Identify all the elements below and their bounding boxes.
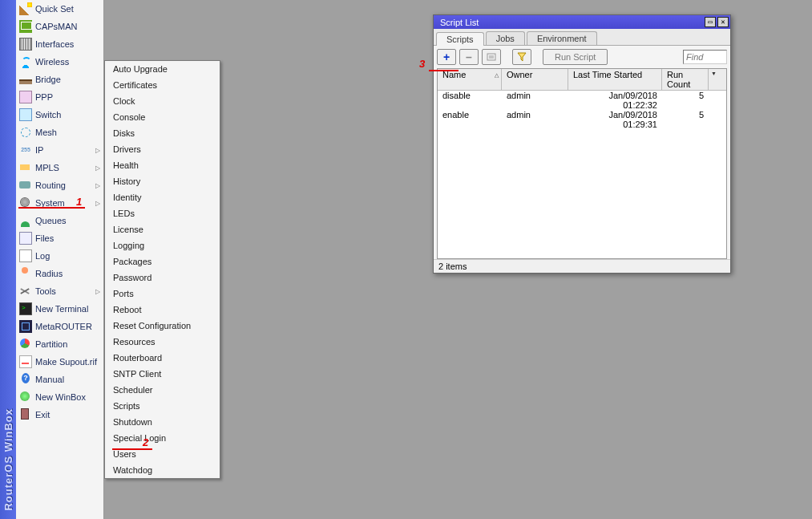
mesh-icon: [19, 126, 32, 139]
submenu-item-reset-configuration[interactable]: Reset Configuration: [105, 318, 220, 334]
sidebar-item-label: Tools: [35, 286, 95, 296]
submenu-item-special-login[interactable]: Special Login: [105, 430, 220, 446]
submenu-item-routerboard[interactable]: Routerboard: [105, 350, 220, 366]
sidebar-item-interfaces[interactable]: Interfaces: [16, 35, 103, 53]
submenu-item-leds[interactable]: LEDs: [105, 205, 220, 221]
chevron-right-icon: ▷: [95, 288, 100, 295]
svg-rect-0: [487, 54, 495, 60]
submenu-item-disks[interactable]: Disks: [105, 125, 220, 141]
submenu-item-clock[interactable]: Clock: [105, 93, 220, 109]
sidebar-item-label: Wireless: [35, 57, 100, 67]
sidebar-item-ip[interactable]: 255IP▷: [16, 141, 103, 159]
sidebar-item-radius[interactable]: Radius: [16, 265, 103, 282]
add-button[interactable]: +: [437, 49, 456, 65]
sidebar-item-exit[interactable]: Exit: [16, 406, 103, 424]
sidebar-item-tools[interactable]: Tools▷: [16, 282, 103, 300]
sidebar-item-label: New WinBox: [35, 392, 100, 402]
table-row[interactable]: disableadminJan/09/2018 01:22:325: [438, 91, 726, 110]
tab-jobs[interactable]: Jobs: [486, 31, 525, 45]
man-icon: [19, 373, 32, 386]
submenu-item-ports[interactable]: Ports: [105, 286, 220, 302]
sidebar-item-label: Manual: [35, 375, 100, 384]
col-last-time[interactable]: Last Time Started: [568, 69, 662, 90]
submenu-item-auto-upgrade[interactable]: Auto Upgrade: [105, 61, 220, 77]
cell-count: 5: [662, 110, 709, 129]
sidebar-item-files[interactable]: Files: [16, 229, 103, 247]
sidebar-item-ppp[interactable]: PPP: [16, 88, 103, 106]
submenu-item-sntp-client[interactable]: SNTP Client: [105, 366, 220, 382]
chevron-right-icon: ▷: [95, 147, 100, 154]
submenu-item-certificates[interactable]: Certificates: [105, 77, 220, 93]
submenu-item-identity[interactable]: Identity: [105, 189, 220, 205]
chevron-right-icon: ▷: [95, 182, 100, 189]
submenu-item-scheduler[interactable]: Scheduler: [105, 382, 220, 398]
cell-last: Jan/09/2018 01:22:32: [568, 91, 662, 110]
comment-button[interactable]: [482, 49, 501, 65]
sidebar-item-manual[interactable]: Manual: [16, 371, 103, 388]
wifi-icon: [19, 55, 32, 68]
submenu-item-reboot[interactable]: Reboot: [105, 302, 220, 318]
brand-text: RouterOS WinBox: [2, 408, 14, 511]
submenu-item-packages[interactable]: Packages: [105, 253, 220, 270]
sidebar-item-bridge[interactable]: Bridge: [16, 71, 103, 88]
table-row[interactable]: enableadminJan/09/2018 01:29:315: [438, 110, 726, 129]
sidebar-item-capsman[interactable]: CAPsMAN: [16, 18, 103, 35]
sidebar-item-queues[interactable]: Queues: [16, 212, 103, 229]
filter-button[interactable]: [512, 49, 531, 65]
minimize-button[interactable]: ▭: [705, 17, 716, 27]
submenu-item-resources[interactable]: Resources: [105, 334, 220, 350]
submenu-item-health[interactable]: Health: [105, 157, 220, 173]
sidebar-item-system[interactable]: System▷: [16, 194, 103, 212]
submenu-item-watchdog[interactable]: Watchdog: [105, 462, 220, 478]
close-button[interactable]: ✕: [717, 17, 729, 27]
sidebar-item-routing[interactable]: Routing▷: [16, 176, 103, 194]
tab-environment[interactable]: Environment: [527, 31, 597, 45]
submenu-item-license[interactable]: License: [105, 221, 220, 237]
col-owner[interactable]: Owner: [502, 69, 568, 90]
tabs: ScriptsJobsEnvironment: [434, 29, 730, 46]
run-script-button[interactable]: Run Script: [543, 49, 608, 65]
submenu-item-drivers[interactable]: Drivers: [105, 141, 220, 157]
sidebar-item-mesh[interactable]: Mesh: [16, 124, 103, 141]
submenu-item-logging[interactable]: Logging: [105, 237, 220, 253]
sidebar-item-wireless[interactable]: Wireless: [16, 53, 103, 71]
find-input[interactable]: [683, 50, 727, 64]
sidebar-item-quick-set[interactable]: Quick Set: [16, 0, 103, 18]
sidebar-item-label: Routing: [35, 180, 95, 190]
col-name[interactable]: Name△: [438, 69, 502, 90]
sidebar-item-new-terminal[interactable]: New Terminal: [16, 300, 103, 318]
col-run-count[interactable]: Run Count: [662, 69, 709, 90]
sidebar-item-partition[interactable]: Partition: [16, 335, 103, 353]
ifc-icon: [19, 38, 32, 51]
titlebar[interactable]: Script List ▭ ✕: [434, 15, 730, 29]
sidebar-item-label: Quick Set: [35, 4, 100, 14]
sidebar-item-make-supout-rif[interactable]: Make Supout.rif: [16, 353, 103, 371]
sidebar-item-log[interactable]: Log: [16, 247, 103, 265]
sidebar-item-label: Queues: [35, 216, 100, 225]
queue-icon: [19, 214, 32, 227]
submenu-item-history[interactable]: History: [105, 173, 220, 189]
sidebar-item-label: New Terminal: [35, 304, 100, 314]
submenu-item-users[interactable]: Users: [105, 446, 220, 462]
sidebar-item-label: MPLS: [35, 163, 95, 172]
sidebar-item-label: Log: [35, 251, 100, 261]
submenu-item-scripts[interactable]: Scripts: [105, 398, 220, 414]
sidebar-item-label: PPP: [35, 92, 100, 102]
columns-dropdown-icon[interactable]: ▼: [709, 69, 719, 90]
sidebar-item-new-winbox[interactable]: New WinBox: [16, 388, 103, 406]
submenu-item-console[interactable]: Console: [105, 109, 220, 125]
ip-icon: 255: [19, 144, 32, 156]
chevron-right-icon: ▷: [95, 200, 100, 207]
tab-scripts[interactable]: Scripts: [436, 32, 484, 46]
new-icon: [19, 391, 32, 403]
submenu-item-password[interactable]: Password: [105, 270, 220, 286]
sidebar-item-metarouter[interactable]: MetaROUTER: [16, 318, 103, 335]
sidebar-item-mpls[interactable]: MPLS▷: [16, 159, 103, 176]
script-grid: Name△ Owner Last Time Started Run Count …: [437, 68, 727, 259]
sidebar-item-label: Make Supout.rif: [35, 357, 100, 367]
sidebar-item-switch[interactable]: Switch: [16, 106, 103, 124]
submenu-item-shutdown[interactable]: Shutdown: [105, 414, 220, 430]
meta-icon: [19, 320, 32, 333]
cell-name: disable: [438, 91, 502, 110]
remove-button[interactable]: –: [459, 49, 479, 65]
